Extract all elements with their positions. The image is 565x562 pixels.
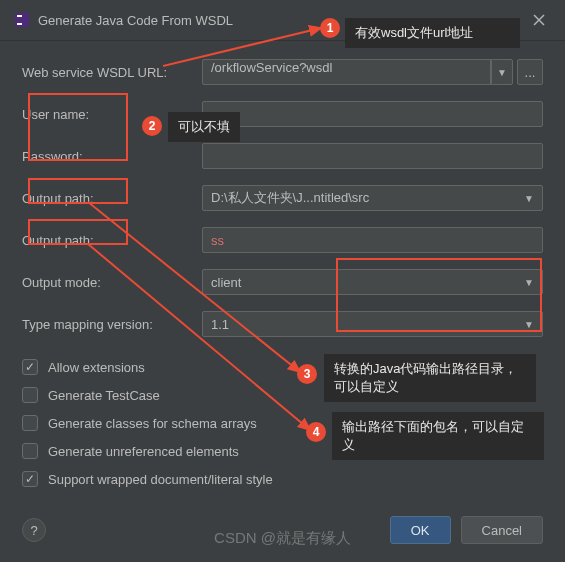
chevron-down-icon: ▼ xyxy=(524,193,534,204)
svg-rect-1 xyxy=(17,15,22,17)
output-path2-input[interactable]: ss xyxy=(202,227,543,253)
check-support-wrapped[interactable]: Support wrapped document/literal style xyxy=(22,465,543,493)
checkbox-icon xyxy=(22,415,38,431)
chevron-down-icon: ▼ xyxy=(524,277,534,288)
help-button[interactable]: ? xyxy=(22,518,46,542)
output-mode-value: client xyxy=(211,275,241,290)
annotation-text-4: 输出路径下面的包名，可以自定义 xyxy=(332,412,544,460)
annotation-text-2: 可以不填 xyxy=(168,112,240,142)
output-path2-value: ss xyxy=(211,233,224,248)
output-path2-label: Output path: xyxy=(22,233,202,248)
output-path1-label: Output path: xyxy=(22,191,202,206)
output-path1-select[interactable]: D:\私人文件夹\J...ntitled\src ▼ xyxy=(202,185,543,211)
svg-rect-2 xyxy=(17,23,22,25)
check-label: Generate classes for schema arrays xyxy=(48,416,257,431)
ok-button[interactable]: OK xyxy=(390,516,451,544)
type-mapping-value: 1.1 xyxy=(211,317,229,332)
cancel-button[interactable]: Cancel xyxy=(461,516,543,544)
output-mode-select[interactable]: client ▼ xyxy=(202,269,543,295)
annotation-number-2: 2 xyxy=(142,116,162,136)
annotation-text-3: 转换的Java代码输出路径目录，可以自定义 xyxy=(324,354,536,402)
type-mapping-label: Type mapping version: xyxy=(22,317,202,332)
intellij-icon xyxy=(14,12,30,28)
output-mode-label: Output mode: xyxy=(22,275,202,290)
check-label: Generate TestCase xyxy=(48,388,160,403)
checkbox-icon xyxy=(22,387,38,403)
checkbox-icon xyxy=(22,471,38,487)
check-label: Support wrapped document/literal style xyxy=(48,472,273,487)
chevron-down-icon: ▼ xyxy=(497,67,507,78)
wsdl-url-label: Web service WSDL URL: xyxy=(22,65,202,80)
type-mapping-select[interactable]: 1.1 ▼ xyxy=(202,311,543,337)
password-label: Password: xyxy=(22,149,202,164)
check-label: Allow extensions xyxy=(48,360,145,375)
chevron-down-icon: ▼ xyxy=(524,319,534,330)
username-input[interactable] xyxy=(202,101,543,127)
close-button[interactable] xyxy=(527,8,551,32)
output-path1-value: D:\私人文件夹\J...ntitled\src xyxy=(211,189,369,207)
annotation-number-4: 4 xyxy=(306,422,326,442)
annotation-number-3: 3 xyxy=(297,364,317,384)
history-dropdown-button[interactable]: ▼ xyxy=(491,59,513,85)
annotation-text-1: 有效wsdl文件url地址 xyxy=(345,18,520,48)
browse-button[interactable]: ... xyxy=(517,59,543,85)
check-label: Generate unreferenced elements xyxy=(48,444,239,459)
dialog-footer: ? OK Cancel xyxy=(0,516,565,544)
password-input[interactable] xyxy=(202,143,543,169)
checkbox-icon xyxy=(22,443,38,459)
checkbox-icon xyxy=(22,359,38,375)
wsdl-url-input[interactable]: /orkflowService?wsdl xyxy=(202,59,491,85)
annotation-number-1: 1 xyxy=(320,18,340,38)
